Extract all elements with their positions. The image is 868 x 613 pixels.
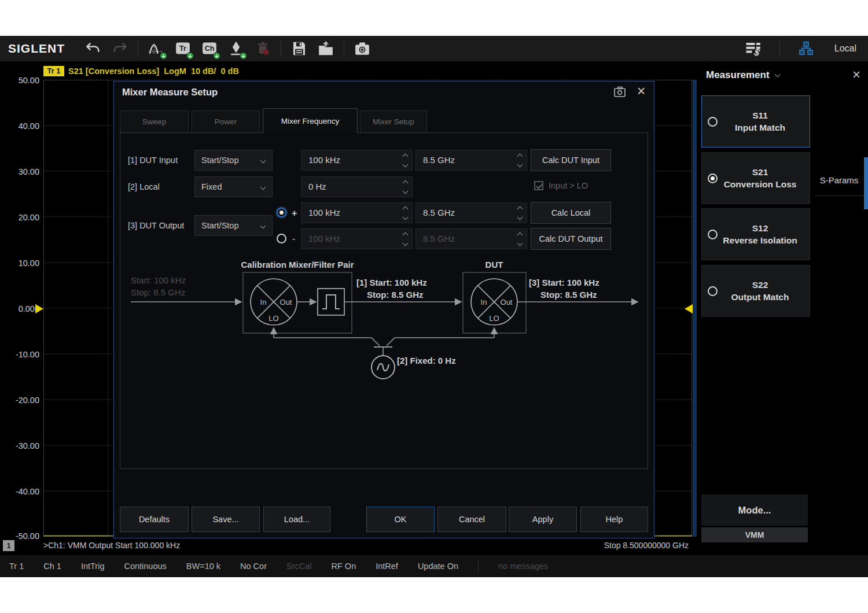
plus-badge-icon xyxy=(213,52,220,60)
s12-reverse-isolation-button[interactable]: S12Reverse Isolation xyxy=(701,208,810,260)
redo-icon[interactable] xyxy=(110,39,130,58)
mixer-lo-label: LO xyxy=(269,314,278,323)
toolbar-separator xyxy=(779,41,780,56)
tab-mixer-frequency[interactable]: Mixer Frequency xyxy=(263,108,358,133)
channel-number-badge[interactable]: 1 xyxy=(3,540,14,551)
diagram-mid-stop-label: Stop: 8.5 GHz xyxy=(367,290,424,300)
cancel-button[interactable]: Cancel xyxy=(437,507,506,532)
s-param-code: S12 xyxy=(752,223,768,233)
diagram-mid-start-label: [1] Start: 100 kHz xyxy=(356,278,427,287)
plus-badge-icon xyxy=(186,52,194,60)
ref-level-marker-left xyxy=(35,304,43,313)
y-axis-tick: 0.000 xyxy=(0,304,39,314)
status-srccal: SrcCal xyxy=(286,562,312,571)
save-icon[interactable] xyxy=(289,39,309,58)
mixer-measure-setup-dialog: Mixer Measure Setup Sweep Power Mixer Fr… xyxy=(113,81,654,538)
add-marker-icon[interactable] xyxy=(226,39,246,58)
status-update[interactable]: Update On xyxy=(418,562,458,571)
y-axis-tick: -40.00 xyxy=(0,486,39,497)
svg-text:Ch: Ch xyxy=(205,45,215,53)
y-axis-tick: 20.00 xyxy=(0,212,39,223)
toolbar-right-group: Local xyxy=(740,39,860,58)
y-axis-tick: -20.00 xyxy=(0,395,39,405)
status-bandwidth[interactable]: BW=10 k xyxy=(186,562,220,571)
screen: SIGLENT Tr Ch xyxy=(0,0,868,613)
plus-badge-icon xyxy=(160,52,167,60)
graph-right-edge xyxy=(693,80,697,537)
radio-unselected-icon[interactable] xyxy=(708,286,718,296)
y-axis-tick: 30.00 xyxy=(0,167,39,177)
trace-badge[interactable]: Tr 1 xyxy=(43,66,64,76)
status-reference[interactable]: IntRef xyxy=(376,562,398,571)
s-param-code: S21 xyxy=(752,167,768,177)
radio-selected-icon[interactable] xyxy=(708,173,718,183)
s-param-name: Reverse Isolation xyxy=(723,235,797,245)
diagram-lo-label: [2] Fixed: 0 Hz xyxy=(397,356,456,365)
network-icon[interactable] xyxy=(796,39,816,58)
sidebar-close-icon[interactable] xyxy=(849,68,863,82)
s-param-code: S22 xyxy=(752,280,768,290)
channel-status-message: >Ch1: VMM Output Start 100.000 kHz xyxy=(43,541,180,550)
y-axis-tick: 40.00 xyxy=(0,121,39,131)
s-params-active-strip xyxy=(864,157,868,209)
save-button[interactable]: Save... xyxy=(192,507,260,532)
brand-logo: SIGLENT xyxy=(8,42,65,56)
defaults-button[interactable]: Defaults xyxy=(120,507,189,532)
diagram-cal-title: Calibration Mixer/Filter Pair xyxy=(241,260,354,269)
main-area: Tr 1 S21 [Conversion Loss] LogM 10 dB/ 0… xyxy=(0,61,868,577)
toolbar-separator xyxy=(281,41,281,56)
local-status-label: Local xyxy=(834,43,856,54)
s22-output-match-button[interactable]: S22Output Match xyxy=(701,265,810,317)
status-rf[interactable]: RF On xyxy=(332,562,356,571)
status-trace[interactable]: Tr 1 xyxy=(9,562,24,571)
toolbar-separator xyxy=(344,41,344,56)
help-button[interactable]: Help xyxy=(580,507,648,532)
trace-header-text[interactable]: S21 [Conversion Loss] LogM 10 dB/ 0 dB xyxy=(68,66,239,76)
ok-button[interactable]: OK xyxy=(366,507,435,532)
mixer-lo-label: LO xyxy=(489,314,499,323)
s-param-code: S11 xyxy=(752,110,768,120)
bandpass-filter-icon xyxy=(322,295,340,309)
open-icon[interactable] xyxy=(316,39,336,58)
measurement-header[interactable]: Measurement xyxy=(706,69,779,81)
add-channel-icon[interactable]: Ch xyxy=(200,39,219,58)
mixer-in-label: In xyxy=(260,298,267,306)
chevron-down-icon xyxy=(774,71,780,77)
radio-unselected-icon[interactable] xyxy=(708,117,718,127)
status-correction[interactable]: No Cor xyxy=(240,562,267,571)
status-channel[interactable]: Ch 1 xyxy=(43,562,61,571)
s-params-separator xyxy=(815,195,863,196)
toolbar-separator xyxy=(138,41,138,56)
add-trace-icon[interactable]: Tr xyxy=(173,39,193,58)
mixer-in-label: In xyxy=(481,298,487,306)
s-param-name: Conversion Loss xyxy=(724,179,797,189)
status-messages: no messages xyxy=(498,562,548,571)
diagram-dut-title: DUT xyxy=(486,260,503,269)
sweep-stop-readout: Stop 8.500000000 GHz xyxy=(515,541,689,550)
y-axis-tick: -10.00 xyxy=(0,349,39,360)
ref-level-marker-right xyxy=(685,304,693,313)
add-graph-icon[interactable] xyxy=(146,39,166,58)
status-sweep-mode[interactable]: Continuous xyxy=(124,562,166,571)
status-trigger[interactable]: IntTrig xyxy=(81,562,105,571)
y-axis-tick: -30.00 xyxy=(0,441,39,451)
svg-text:Tr: Tr xyxy=(179,45,186,53)
undo-icon[interactable] xyxy=(83,39,103,58)
apply-button[interactable]: Apply xyxy=(509,507,577,532)
top-toolbar: SIGLENT Tr Ch xyxy=(0,36,868,61)
load-button[interactable]: Load... xyxy=(263,507,330,532)
statusbar-separator xyxy=(478,560,479,572)
s21-conversion-loss-button[interactable]: S21Conversion Loss xyxy=(701,152,810,204)
mode-button[interactable]: Mode... xyxy=(701,494,808,526)
s11-input-match-button[interactable]: S11Input Match xyxy=(701,95,810,147)
diagram-input-stop-label: Stop: 8.5 GHz xyxy=(131,287,185,297)
tab-s-params[interactable]: S-Params xyxy=(815,164,863,195)
window-layout-icon[interactable] xyxy=(744,39,763,58)
radio-unselected-icon[interactable] xyxy=(708,230,718,239)
mixer-diagram: Start: 100 kHz Stop: 8.5 GHz Calibration… xyxy=(114,82,655,469)
delete-icon[interactable] xyxy=(253,39,273,58)
mixer-out-label: Out xyxy=(501,298,513,306)
screenshot-icon[interactable] xyxy=(352,39,372,58)
diagram-input-start-label: Start: 100 kHz xyxy=(131,275,186,285)
plus-badge-icon xyxy=(240,52,247,60)
